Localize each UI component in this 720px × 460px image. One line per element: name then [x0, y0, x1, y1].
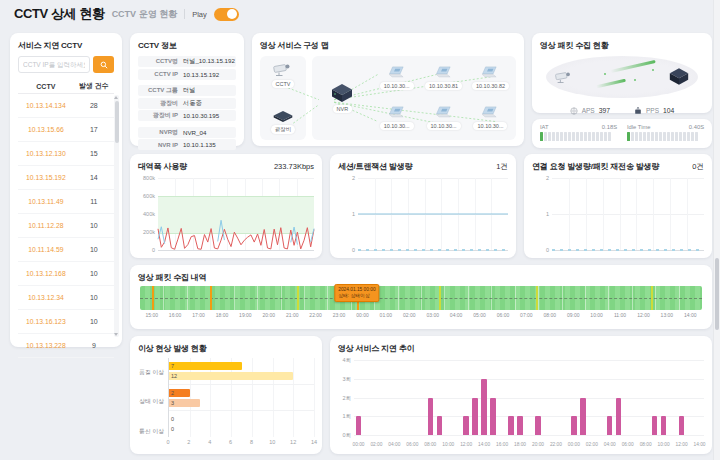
bar-group: 00	[169, 411, 314, 437]
category-label: 품질 이상	[138, 358, 168, 387]
table-row[interactable]: 10.11.12.2810	[18, 214, 114, 238]
scroll-thumb[interactable]	[115, 101, 119, 143]
table-row[interactable]: 10.13.12.16810	[18, 262, 114, 286]
client-node-label[interactable]: 10.10.30...	[380, 122, 414, 130]
x-tick-label: 06:00	[622, 442, 634, 447]
cctv-node-label[interactable]: CCTV	[272, 80, 295, 88]
field-value: 터널_10.13.15.192	[183, 57, 235, 66]
y-tick-label: 0회	[342, 432, 351, 439]
v-bar	[580, 398, 585, 436]
x-tick-label: 0	[166, 439, 169, 445]
y-tick-label: 1	[352, 211, 355, 217]
field-label: 광장비 IP	[138, 111, 183, 120]
x-tick-label: 03:00	[426, 312, 439, 318]
field-value: 10.13.15.192	[183, 71, 219, 78]
optical-device-label[interactable]: 광장비	[271, 125, 296, 134]
field-label: 광장비	[138, 99, 183, 108]
field-value: 10.10.30.195	[183, 112, 219, 119]
cctv-ip: 10.13.12.34	[18, 294, 74, 301]
v-bar	[571, 416, 576, 435]
table-row[interactable]: 10.13.11.4911	[18, 190, 114, 214]
panel-title: 서비스 지연 CCTV	[18, 40, 114, 51]
abnormal-x-labels: 02468101214	[168, 437, 314, 446]
client-node-label[interactable]: 10.10.30.82	[472, 82, 509, 90]
gauge-list: IAT0.18SIdle Time0.40S	[540, 124, 704, 141]
table-row[interactable]: 10.11.14.5910	[18, 238, 114, 262]
info-field: CCTV IP10.13.15.192	[138, 69, 236, 80]
packet-stat: PPS104	[634, 101, 674, 119]
client-node-label[interactable]: 10.10.30...	[473, 122, 507, 130]
x-tick-label: 00:00	[356, 312, 369, 318]
client-node-label[interactable]: 10.10.30.81	[425, 82, 462, 90]
chart-title: 세션/트랜잭션 발생량	[338, 161, 412, 172]
play-toggle[interactable]	[214, 8, 239, 21]
session-plot: 210	[358, 178, 508, 250]
occurrence-count: 10	[74, 222, 114, 229]
timeline-event-marker[interactable]	[439, 286, 441, 310]
x-tick-label: 06:00	[497, 312, 510, 318]
gauge-value: 0.40S	[689, 124, 704, 130]
occurrence-count: 9	[74, 342, 114, 349]
switch-device-icon	[272, 110, 294, 123]
x-tick-label: 12:00	[460, 442, 472, 447]
table-row[interactable]: 10.13.15.19214	[18, 166, 114, 190]
client-node: 10.10.30...	[373, 98, 420, 138]
timeline-axis-labels: 15:0016:0017:0018:0019:0020:0021:0022:00…	[140, 312, 702, 320]
x-tick-label: 04:00	[450, 312, 463, 318]
laptop-icon	[481, 106, 499, 120]
v-bar	[607, 416, 612, 435]
field-label: NVR IP	[138, 142, 183, 148]
abnormal-plot: 7122300	[168, 358, 314, 437]
field-value: 10.10.1.135	[183, 141, 216, 148]
x-tick-label: 12:00	[637, 312, 650, 318]
delay-chart-card: 영상 서비스 지연 추이 4회3회2회1회0회 00:0002:0004:000…	[330, 336, 712, 454]
search-button[interactable]	[93, 56, 114, 73]
table-row[interactable]: 10.13.15.6617	[18, 118, 114, 142]
info-field: CCTV 그룹터널	[138, 85, 236, 96]
timeline-event-marker[interactable]	[536, 286, 538, 310]
table-row[interactable]: 10.13.12.13015	[18, 142, 114, 166]
scroll-down-icon[interactable]	[114, 333, 118, 336]
cctv-search	[18, 56, 114, 73]
bar-value: 7	[171, 363, 174, 369]
x-tick-label: 16:00	[169, 312, 182, 318]
x-tick-label: 00:00	[352, 442, 364, 447]
v-bar	[508, 416, 513, 435]
timeline-event-marker[interactable]	[651, 286, 653, 310]
laptop-icon	[481, 66, 499, 80]
x-tick-label: 19:00	[239, 312, 252, 318]
nvr-icon	[330, 83, 354, 103]
search-input[interactable]	[18, 56, 90, 73]
page-header: CCTV 상세 현황 CCTV 운영 현황 Play	[14, 4, 239, 24]
chart-value: 0건	[692, 162, 704, 172]
y-tick-label: 1회	[342, 413, 351, 420]
v-bar	[661, 416, 666, 435]
page-scroll-thumb[interactable]	[715, 258, 719, 330]
table-row[interactable]: 10.13.12.3410	[18, 286, 114, 310]
timeline-event-marker[interactable]	[297, 286, 299, 310]
timeline-event-marker[interactable]	[152, 286, 154, 310]
table-row[interactable]: 10.13.13.2289	[18, 334, 114, 358]
timeline-event-marker[interactable]	[210, 286, 212, 310]
laptop-icon	[388, 66, 406, 80]
client-grid: 10.10.30...10.10.30.8110.10.30.8210.10.3…	[373, 58, 514, 139]
table-row[interactable]: 10.13.16.12310	[18, 310, 114, 334]
chart-value: 233.73Kbps	[274, 162, 314, 171]
scroll-up-icon[interactable]	[114, 96, 118, 99]
connection-plot: 210	[552, 178, 704, 250]
panel-title: 영상 패킷 수집 내역	[138, 272, 704, 283]
table-scrollbar[interactable]	[114, 95, 119, 337]
abnormal-chart-card: 이상 현상 발생 현황 품질 이상상태 이상통신 이상 7122300 0246…	[130, 336, 322, 454]
client-node-label[interactable]: 10.10.30...	[380, 82, 414, 90]
packet-flow-visual	[546, 56, 698, 98]
col-cctv: CCTV	[18, 83, 74, 90]
x-tick-label: 02:00	[586, 442, 598, 447]
client-node-label[interactable]: 10.10.30...	[427, 122, 461, 130]
page-scrollbar[interactable]	[713, 0, 720, 460]
page-title: CCTV 상세 현황	[14, 5, 105, 23]
packet-timeline-band[interactable]: 2024.01.15 00:00상태: 상태이상	[140, 286, 702, 310]
table-row[interactable]: 10.13.14.13428	[18, 94, 114, 118]
nvr-node-label[interactable]: NVR	[333, 105, 353, 113]
globe-icon	[570, 101, 578, 119]
x-tick-label: 12:00	[676, 442, 688, 447]
